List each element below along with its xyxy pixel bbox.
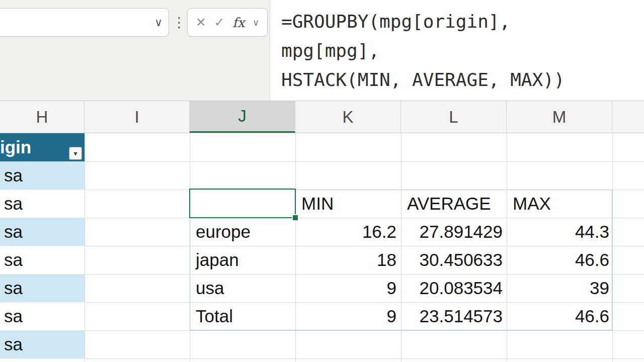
result-header-cell[interactable]: MIN: [301, 190, 334, 218]
result-value-cell[interactable]: 23.514573: [402, 302, 503, 330]
source-cell[interactable]: sa: [0, 330, 85, 358]
formula-line: =GROUPBY(mpg[origin],: [281, 7, 644, 36]
chevron-down-icon[interactable]: ∨: [154, 9, 163, 36]
result-header-cell[interactable]: MAX: [513, 190, 551, 218]
column-header-j[interactable]: J: [190, 101, 295, 133]
result-row-label[interactable]: Total: [196, 302, 233, 330]
result-value-cell[interactable]: 46.6: [508, 246, 609, 274]
fill-handle[interactable]: [293, 215, 298, 220]
filter-dropdown-button[interactable]: ▾: [69, 147, 82, 160]
result-value-cell[interactable]: 9: [296, 302, 396, 330]
selected-cell[interactable]: [189, 189, 296, 218]
result-value-cell[interactable]: 16.2: [296, 218, 396, 246]
formula-bar: ∨ ⋮ ✕ ✓ fx ∨ =GROUPBY(mpg[origin], mpg[m…: [0, 0, 644, 101]
spreadsheet-grid: igin ▾ sa sa sa sa sa sa sa MIN AVERAGE …: [0, 133, 644, 362]
result-value-cell[interactable]: 39: [508, 274, 609, 302]
column-headers: H I J K L M: [0, 101, 644, 133]
result-row-label[interactable]: usa: [196, 274, 224, 302]
result-row-label[interactable]: japan: [196, 246, 239, 274]
column-header-i[interactable]: I: [85, 101, 190, 133]
origin-header-label: igin: [0, 137, 31, 157]
formula-line: HSTACK(MIN, AVERAGE, MAX)): [281, 65, 644, 95]
gridline: [85, 358, 644, 359]
cancel-icon[interactable]: ✕: [196, 15, 206, 30]
gridline: [85, 330, 644, 331]
formula-input[interactable]: =GROUPBY(mpg[origin], mpg[mpg], HSTACK(M…: [270, 0, 644, 101]
column-header-h[interactable]: H: [0, 101, 85, 133]
result-value-cell[interactable]: 46.6: [508, 302, 609, 330]
result-value-cell[interactable]: 18: [296, 246, 396, 274]
source-cell[interactable]: sa: [0, 161, 85, 190]
result-value-cell[interactable]: 44.3: [508, 218, 609, 246]
insert-function-icon[interactable]: fx: [232, 15, 245, 30]
gridline: [295, 133, 296, 362]
result-value-cell[interactable]: 9: [296, 274, 396, 302]
formula-line: mpg[mpg],: [281, 36, 644, 65]
source-cell[interactable]: sa: [0, 246, 85, 274]
source-cell[interactable]: sa: [0, 274, 85, 302]
source-cell[interactable]: sa: [0, 218, 85, 246]
result-header-cell[interactable]: AVERAGE: [407, 190, 491, 218]
formula-bar-actions: ✕ ✓ fx ∨: [187, 8, 268, 37]
gridline: [612, 133, 613, 362]
chevron-down-icon[interactable]: ∨: [253, 17, 259, 28]
more-options-icon[interactable]: ⋮: [174, 8, 185, 37]
column-header-partial: [612, 101, 644, 133]
gridline: [85, 190, 644, 190]
result-value-cell[interactable]: 27.891429: [402, 218, 503, 246]
gridline: [85, 161, 644, 162]
enter-icon[interactable]: ✓: [214, 15, 224, 30]
origin-header-cell[interactable]: igin ▾: [0, 133, 85, 161]
gridline: [85, 133, 85, 362]
gridline: [190, 133, 190, 362]
column-header-k[interactable]: K: [295, 101, 401, 133]
source-cell[interactable]: sa: [0, 190, 85, 218]
result-row-label[interactable]: europe: [196, 218, 251, 246]
source-cell[interactable]: sa: [0, 302, 85, 330]
gridline: [401, 133, 401, 362]
column-header-l[interactable]: L: [401, 101, 507, 133]
result-value-cell[interactable]: 30.450633: [402, 246, 503, 274]
gridline: [507, 133, 507, 362]
column-header-m[interactable]: M: [507, 101, 612, 133]
name-box[interactable]: ∨: [0, 8, 169, 37]
result-value-cell[interactable]: 20.083534: [402, 274, 503, 302]
